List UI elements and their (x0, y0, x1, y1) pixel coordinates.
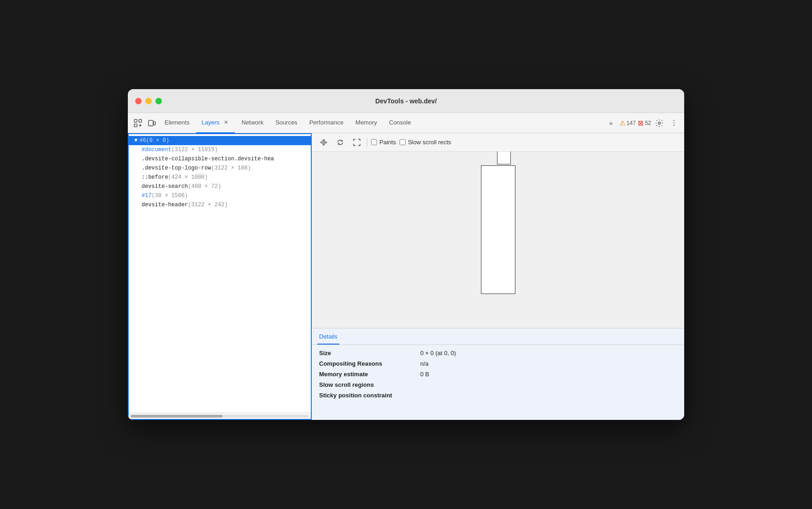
paints-checkbox[interactable] (371, 139, 377, 145)
tab-layers[interactable]: Layers ✕ (196, 113, 235, 133)
details-tab-bar: Details (312, 328, 684, 345)
devtools-window: DevTools - web.dev/ Elements Lay (128, 89, 684, 420)
toolbar: Elements Layers ✕ Network Sources Perfor… (128, 113, 684, 133)
tab-network[interactable]: Network (236, 113, 269, 133)
more-tabs-button[interactable]: » (605, 117, 618, 130)
paints-checkbox-label[interactable]: Paints (371, 139, 396, 146)
rotate-tool-button[interactable] (334, 136, 347, 149)
svg-rect-2 (139, 119, 142, 122)
tab-performance[interactable]: Performance (304, 113, 349, 133)
fit-tool-button[interactable] (350, 136, 363, 149)
svg-point-7 (150, 124, 151, 125)
sticky-value (420, 392, 677, 399)
tree-item-header[interactable]: devsite-header(3122 × 242) (129, 200, 311, 209)
tree-item-logo-row[interactable]: .devsite-top-logo-row(3122 × 108) (129, 164, 311, 173)
svg-point-8 (658, 122, 661, 124)
tree-item-17[interactable]: #17(30 × 1506) (129, 191, 311, 200)
chevron-right-icon: » (609, 119, 613, 127)
window-title: DevTools - web.dev/ (375, 97, 437, 105)
layers-scrollbar[interactable] (129, 413, 311, 419)
gear-icon (655, 119, 663, 127)
tab-elements-label: Elements (165, 119, 189, 126)
tab-elements[interactable]: Elements (159, 113, 195, 133)
tab-memory-label: Memory (355, 119, 377, 126)
details-panel: Details Size 0 × 0 (at 0, 0) Compositing… (312, 328, 684, 420)
tree-item-root[interactable]: ▼#6(0 × 0) (129, 136, 311, 145)
tab-console[interactable]: Console (383, 113, 417, 133)
details-content: Size 0 × 0 (at 0, 0) Compositing Reasons… (312, 345, 684, 403)
layer-rect-small (497, 152, 511, 164)
tab-sources[interactable]: Sources (270, 113, 303, 133)
compositing-key: Compositing Reasons (319, 360, 420, 367)
tree-item-search[interactable]: devsite-search(400 × 72) (129, 182, 311, 191)
size-value: 0 × 0 (at 0, 0) (420, 350, 677, 356)
device-toggle-button[interactable] (145, 117, 158, 130)
pan-icon (320, 138, 328, 147)
tab-layers-label: Layers (201, 119, 219, 126)
layers-panel: ▼#6(0 × 0) #document(3122 × 11015) .devs… (128, 133, 312, 420)
title-bar: DevTools - web.dev/ (128, 89, 684, 113)
slow-scroll-key: Slow scroll regions (319, 381, 420, 388)
minimize-button[interactable] (145, 98, 152, 104)
scrollbar-track (131, 415, 309, 418)
traffic-lights (135, 98, 162, 104)
warnings-count: 147 (627, 120, 636, 126)
tab-performance-label: Performance (309, 119, 343, 126)
tab-sources-label: Sources (275, 119, 297, 126)
settings-button[interactable] (653, 117, 666, 130)
layer-toolbar: Paints Slow scroll rects (312, 133, 684, 152)
scrollbar-thumb[interactable] (131, 415, 223, 418)
size-key: Size (319, 350, 420, 356)
close-button[interactable] (135, 98, 142, 104)
tree-arrow-icon: ▼ (134, 137, 137, 144)
memory-value: 0 B (420, 371, 677, 378)
inspect-icon (134, 119, 142, 127)
tree-item-collapsible[interactable]: .devsite-collapsible-section.devsite-hea (129, 154, 311, 164)
main-content: ▼#6(0 × 0) #document(3122 × 11015) .devs… (128, 133, 684, 420)
pan-tool-button[interactable] (317, 136, 330, 149)
tree-item-document[interactable]: #document(3122 × 11015) (129, 145, 311, 154)
inspect-icon-button[interactable] (132, 117, 144, 130)
fit-icon (353, 138, 361, 147)
errors-count: 52 (645, 120, 651, 126)
details-tab[interactable]: Details (317, 333, 339, 345)
toolbar-right: » ⚠ 147 ⊠ 52 ⋮ (605, 117, 680, 130)
sticky-key: Sticky position constraint (319, 392, 420, 399)
layer-visualization (481, 165, 515, 294)
memory-key: Memory estimate (319, 371, 420, 378)
tab-network-label: Network (241, 119, 263, 126)
layer-rect-main (481, 165, 515, 294)
vertical-dots-icon: ⋮ (670, 119, 678, 127)
compositing-value: n/a (420, 360, 677, 367)
tab-layers-close[interactable]: ✕ (222, 119, 229, 126)
svg-rect-0 (134, 119, 137, 122)
errors-badge[interactable]: ⊠ 52 (638, 119, 651, 127)
tab-console-label: Console (389, 119, 411, 126)
tab-memory[interactable]: Memory (350, 113, 383, 133)
slow-scroll-checkbox-label[interactable]: Slow scroll rects (400, 139, 451, 146)
slow-scroll-value (420, 381, 677, 388)
svg-rect-1 (134, 124, 137, 127)
warning-icon: ⚠ (619, 119, 625, 127)
error-icon: ⊠ (638, 119, 644, 127)
slow-scroll-checkbox[interactable] (400, 139, 406, 145)
slow-scroll-label: Slow scroll rects (408, 139, 451, 146)
device-icon (148, 119, 156, 127)
paints-label: Paints (379, 139, 396, 146)
right-panel: Paints Slow scroll rects Details (312, 133, 684, 420)
warnings-badge[interactable]: ⚠ 147 (619, 119, 636, 127)
rotate-icon (336, 138, 344, 147)
more-options-button[interactable]: ⋮ (668, 117, 680, 130)
layers-tree[interactable]: ▼#6(0 × 0) #document(3122 × 11015) .devs… (129, 134, 311, 413)
tree-item-before[interactable]: ::before(424 × 1000) (129, 173, 311, 182)
canvas-area[interactable] (312, 152, 684, 328)
toolbar-separator (367, 138, 367, 147)
maximize-button[interactable] (155, 98, 162, 104)
svg-rect-6 (154, 122, 155, 125)
